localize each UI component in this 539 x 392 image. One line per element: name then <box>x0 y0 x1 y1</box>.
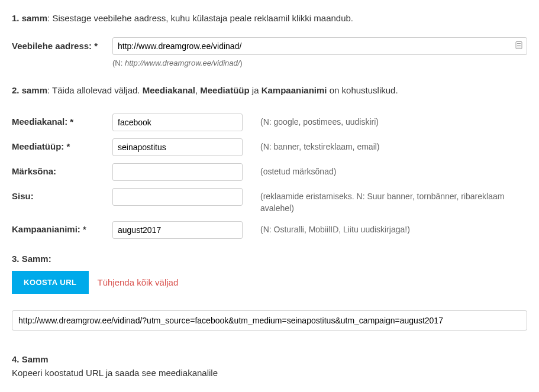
meediakanal-label: Meediakanal: * <box>12 114 112 127</box>
meediatuup-input[interactable] <box>112 138 243 156</box>
sisu-label: Sisu: <box>12 188 112 201</box>
url-input[interactable] <box>112 37 527 55</box>
url-hint: (N: http://www.dreamgrow.ee/vidinad/) <box>112 59 527 67</box>
url-label: Veebilehe aadress: * <box>12 41 112 51</box>
kampaanianimi-label: Kampaanianimi: * <box>12 221 112 234</box>
result-url-input[interactable] <box>12 310 527 331</box>
step2-instruction: 2. samm: Täida allolevad väljad. Meediak… <box>12 84 527 98</box>
step1-text: : Sisestage veebilehe aadress, kuhu küla… <box>47 13 353 23</box>
marksona-hint: (ostetud märksõnad) <box>243 163 527 178</box>
marksona-input[interactable] <box>112 163 243 181</box>
meediakanal-input[interactable] <box>112 114 243 131</box>
step3-heading: 3. Samm: <box>12 254 527 264</box>
step4-text: Kopeeri koostatud URL ja saada see meedi… <box>12 367 527 380</box>
step2-label: 2. samm <box>12 85 47 95</box>
meediatuup-label: Meediatüüp: * <box>12 138 112 151</box>
step1-instruction: 1. samm: Sisestage veebilehe aadress, ku… <box>12 12 527 25</box>
kampaanianimi-hint: (N: Osturalli, MobiilID, Liitu uudiskirj… <box>243 221 527 236</box>
kampaanianimi-input[interactable] <box>112 221 243 239</box>
marksona-label: Märksõna: <box>12 163 112 176</box>
clear-fields-link[interactable]: Tühjenda kõik väljad <box>98 277 179 287</box>
sisu-input[interactable] <box>112 188 243 206</box>
step4-heading: 4. Samm <box>12 354 527 364</box>
note-icon <box>515 41 522 51</box>
meediakanal-hint: (N: google, postimees, uudiskiri) <box>243 114 527 128</box>
build-url-button[interactable]: KOOSTA URL <box>12 271 89 294</box>
step1-label: 1. samm <box>12 13 47 23</box>
meediatuup-hint: (N: banner, tekstireklaam, email) <box>243 138 527 153</box>
sisu-hint: (reklaamide eristamiseks. N: Suur banner… <box>243 188 527 214</box>
